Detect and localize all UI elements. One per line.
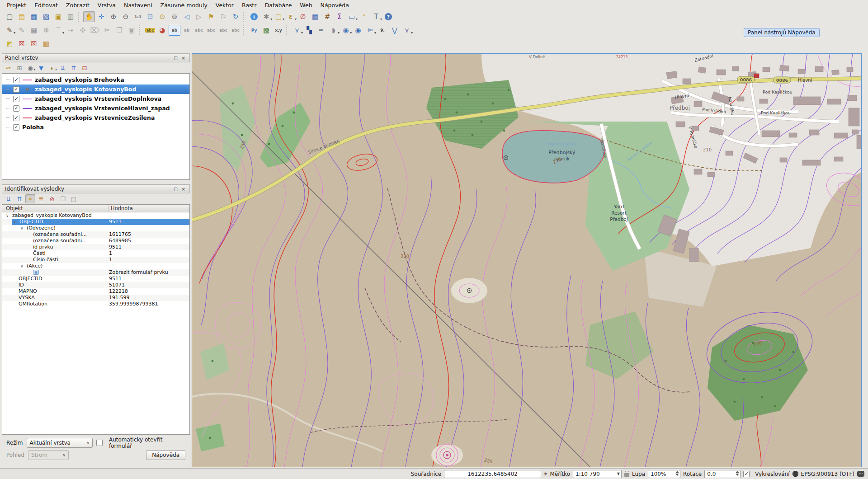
rotate-label-icon[interactable]: abc (217, 25, 229, 36)
manage-map-themes-icon[interactable]: ◉▾ (25, 63, 35, 72)
expander-icon[interactable]: ∨ (20, 225, 24, 231)
identify-row--ozna-ena-sou-adni-[interactable]: (označena souřadni...1611765 (2, 231, 189, 238)
coordinate-input[interactable]: 1612235,6485402 (444, 470, 541, 478)
render-checkbox[interactable]: ✓ (743, 471, 750, 477)
select-features-icon[interactable]: ▢▾ (273, 11, 284, 22)
layer-item-zabaged-vyskopis-kotovanybod[interactable]: ✓zabaged_vyskopis KotovanyBod (2, 85, 189, 94)
spin-arrows-icon[interactable] (675, 471, 679, 476)
float-panel-icon[interactable]: ◻ (172, 186, 179, 193)
spin-arrows-icon[interactable] (736, 471, 739, 476)
identify-row-objectid[interactable]: OBJECTID9511 (2, 276, 189, 282)
field-calculator-icon[interactable]: # (321, 11, 333, 22)
save-layer-edits-icon[interactable]: ▦ (28, 25, 40, 36)
delete-part-icon[interactable]: ☒ (28, 38, 40, 49)
layer-visibility-checkbox[interactable]: ✓ (13, 77, 19, 83)
zoom-next-icon[interactable]: ▷ (193, 11, 205, 22)
statistical-summary-icon[interactable]: Σ (334, 11, 345, 22)
deselect-all-icon[interactable]: ∅ (297, 11, 309, 22)
attribute-form-view-icon[interactable]: ≣ (36, 194, 46, 203)
move-feature-icon[interactable]: ⇢ (65, 25, 76, 36)
rotation-spinbox[interactable]: 0,0 (704, 470, 741, 478)
new-bookmark-icon[interactable]: ⚑ (205, 11, 217, 22)
vertex-tracer-icon[interactable]: ⋎▾ (291, 25, 303, 36)
zoom-in-icon[interactable]: ⊕ (108, 11, 119, 22)
layer-diagram-icon[interactable]: ◕ (156, 25, 168, 36)
menu-vektor[interactable]: Vektor (212, 1, 238, 9)
identify-row--slo-sti[interactable]: Číslo části1 (2, 257, 189, 263)
expander-icon[interactable]: ∨ (20, 263, 24, 269)
run-feature-action-icon[interactable]: ✱▾ (260, 11, 272, 22)
zoom-native-icon[interactable]: 1:1 (132, 11, 144, 22)
text-annotation-icon[interactable]: T▾ (370, 11, 382, 22)
new-project-icon[interactable]: ▢ (4, 11, 15, 22)
measure-line-icon[interactable]: ▭▾ (346, 11, 358, 22)
delete-ring-icon[interactable]: ☒ (16, 38, 28, 49)
map-tips-icon[interactable]: ❛ (358, 11, 370, 22)
topology-checker-icon[interactable]: ⋎▾ (401, 25, 413, 36)
mouse-extent-toggle-icon[interactable]: ⌖ (544, 470, 547, 478)
menu-z-suvn-moduly[interactable]: Zásuvné moduly (156, 1, 212, 9)
magnifier-spinbox[interactable]: 100% (648, 470, 680, 478)
copy-feature-icon[interactable]: ❐ (58, 194, 68, 203)
clear-results-icon[interactable]: ⊘ (47, 194, 57, 203)
zoom-last-icon[interactable]: ◁ (181, 11, 193, 22)
identify-row-objectid[interactable]: ∨OBJECTID9511 (2, 219, 189, 225)
layer-visibility-checkbox[interactable]: ✓ (13, 115, 19, 121)
layer-item-poloha[interactable]: ✓Poloha (2, 122, 189, 132)
composer-manager-icon[interactable]: ▥ (65, 11, 76, 22)
view-combo[interactable]: Strom ∨ (28, 450, 69, 460)
zoom-to-selection-icon[interactable]: ⊙ (156, 11, 168, 22)
zoom-out-icon[interactable]: ⊖ (120, 11, 132, 22)
identify-row--odvozen-[interactable]: ∨(Odvozené) (2, 225, 189, 231)
add-feature-icon[interactable]: ❉ (40, 25, 52, 36)
expand-new-results-icon[interactable]: ✶ (25, 194, 35, 203)
identify-row-zabaged-vyskopis-kotovanybod[interactable]: ∨zabaged_vyskopis KotovanyBod (2, 212, 189, 219)
highlight-pinned-labels-icon[interactable]: ab (181, 25, 193, 36)
identify-row--sti[interactable]: Části1 (2, 250, 189, 257)
expand-all-icon[interactable]: ⇊ (58, 63, 68, 72)
zoom-to-layer-icon[interactable]: ⊚ (169, 11, 180, 22)
column-objekt[interactable]: Objekt (2, 205, 109, 212)
paste-features-icon[interactable]: ▣ (126, 25, 137, 36)
refresh-icon[interactable]: ↻ (230, 11, 241, 22)
identify-row-id[interactable]: ID51071 (2, 282, 189, 288)
crs-globe-icon[interactable] (793, 471, 798, 477)
identify-row-gmrotation[interactable]: GMRotation359.999998799381 (2, 301, 189, 307)
pan-to-selection-icon[interactable]: ✛ (95, 11, 107, 22)
offline-editing-plugin-icon[interactable]: ▥ (40, 38, 52, 49)
change-label-icon[interactable]: abc (230, 25, 241, 36)
expander-icon[interactable]: ∨ (13, 219, 16, 225)
globe-clipper-icon[interactable]: ✄▾ (364, 25, 376, 36)
auto-open-checkbox[interactable] (96, 440, 103, 446)
identify-row-mapno[interactable]: MAPNO122218 (2, 288, 189, 295)
web-globe-icon[interactable]: ◉▾ (340, 25, 352, 36)
db-manager-icon[interactable]: ◗▾ (328, 25, 340, 36)
pin-labels-icon[interactable]: ab (169, 25, 180, 36)
toggle-editing-icon[interactable]: ✎ (16, 25, 28, 36)
help-button[interactable]: Nápověda (146, 450, 185, 460)
globe-plugin-icon[interactable]: ◉ (352, 25, 364, 36)
menu-zobrazit[interactable]: Zobrazit (62, 1, 94, 9)
menu-editovat[interactable]: Editovat (30, 1, 62, 9)
save-project-icon[interactable]: ▦ (28, 11, 40, 22)
messages-icon[interactable]: ⋯ (857, 471, 864, 477)
map-canvas[interactable]: 0086 0086 Silnice III/0086 Hlavní Hlavní… (192, 53, 862, 467)
zoom-full-icon[interactable]: ⊡ (144, 11, 156, 22)
node-tool-icon[interactable]: ⌒▾ (52, 25, 64, 36)
help-contents-icon[interactable]: ? (382, 11, 394, 22)
show-hide-labels-icon[interactable]: abc (193, 25, 205, 36)
cut-features-icon[interactable]: ✂ (101, 25, 113, 36)
select-by-expression-icon[interactable]: ε▾ (285, 11, 297, 22)
pan-map-icon[interactable]: ✋ (83, 11, 95, 22)
collapse-tree-icon[interactable]: ⇈ (14, 194, 24, 203)
close-panel-icon[interactable]: × (180, 186, 187, 193)
form-action-icon[interactable]: ▦ (33, 270, 39, 275)
scale-combo[interactable]: 1:10 790 ▼ (573, 470, 622, 478)
expander-icon[interactable]: ∨ (6, 212, 9, 219)
open-project-icon[interactable]: ▤ (16, 11, 28, 22)
layer-visibility-checkbox[interactable]: ✓ (13, 86, 19, 93)
new-print-composer-icon[interactable]: ▣ (52, 11, 64, 22)
layer-tree[interactable]: ✓zabaged_vyskopis Brehovka✓zabaged_vysko… (2, 73, 190, 180)
layer-item-zabaged-vyskopis-vrstevnicehlavni-zapad[interactable]: ✓zabaged_vyskopis VrstevniceHlavni_zapad (2, 103, 189, 113)
layer-item-zabaged-vyskopis-vrstevnicezesilena[interactable]: ✓zabaged_vyskopis VrstevniceZesilena (2, 113, 189, 122)
